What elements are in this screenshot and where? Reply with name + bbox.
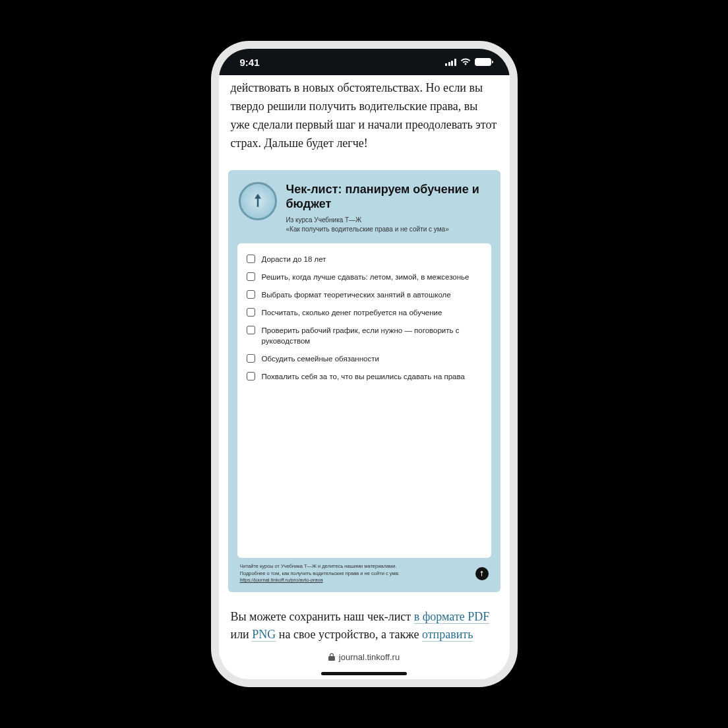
- checklist-item: Решить, когда лучше сдавать: летом, зимо…: [247, 272, 482, 282]
- checklist-item: Выбрать формат теоретических занятий в а…: [247, 289, 482, 300]
- checklist-body: Дорасти до 18 лет Решить, когда лучше сд…: [237, 243, 491, 559]
- card-subtitle-2: «Как получить водительские права и не со…: [286, 225, 487, 234]
- checkbox-icon[interactable]: [247, 326, 255, 334]
- checklist-item: Проверить рабочий график, если нужно — п…: [247, 325, 482, 346]
- screen: 9:41 действовать в новых обстоятельствах…: [219, 49, 510, 679]
- png-format-link[interactable]: PNG: [252, 628, 276, 642]
- status-time: 9:41: [240, 57, 260, 68]
- cellular-signal-icon: [445, 59, 456, 66]
- checklist-item: Обсудить семейные обязанности: [247, 353, 482, 364]
- home-indicator[interactable]: [219, 667, 510, 679]
- battery-icon: [475, 58, 491, 66]
- checkbox-icon[interactable]: [247, 272, 255, 281]
- card-title: Чек-лист: планируем обучение и бюджет: [286, 182, 487, 212]
- card-subtitle-1: Из курса Учебника Т—Ж: [286, 216, 487, 225]
- tj-badge-icon: [475, 567, 489, 580]
- article-paragraph: Вы можете сохранить наш чек-лист в форма…: [219, 597, 510, 646]
- phone-frame: 9:41 действовать в новых обстоятельствах…: [211, 41, 518, 687]
- compass-icon: [239, 182, 277, 220]
- card-footer-text: Читайте курсы от Учебника Т—Ж и делитесь…: [240, 563, 469, 584]
- url-domain: journal.tinkoff.ru: [339, 652, 400, 662]
- checklist-card: Чек-лист: планируем обучение и бюджет Из…: [228, 170, 501, 592]
- checkbox-icon[interactable]: [247, 354, 255, 363]
- checklist-item: Похвалить себя за то, что вы решились сд…: [247, 371, 482, 382]
- checkbox-icon[interactable]: [247, 372, 255, 380]
- lock-icon: [328, 653, 335, 661]
- checklist-item: Дорасти до 18 лет: [247, 254, 482, 264]
- browser-url-bar[interactable]: journal.tinkoff.ru: [219, 646, 510, 667]
- card-header: Чек-лист: планируем обучение и бюджет Из…: [237, 182, 491, 243]
- wifi-icon: [460, 58, 471, 66]
- status-icons: [445, 58, 491, 66]
- checklist-item: Посчитать, сколько денег потребуется на …: [247, 307, 482, 318]
- status-bar: 9:41: [219, 49, 510, 75]
- pdf-format-link[interactable]: в формате PDF: [414, 610, 490, 624]
- checkbox-icon[interactable]: [247, 290, 255, 299]
- checkbox-icon[interactable]: [247, 255, 255, 263]
- card-footer: Читайте курсы от Учебника Т—Ж и делитесь…: [237, 558, 491, 584]
- card-footer-link[interactable]: https://journal.tinkoff.ru/pro/avto-prav…: [240, 577, 323, 583]
- checkbox-icon[interactable]: [247, 308, 255, 317]
- page-content[interactable]: действовать в новых обстоятельствах. Но …: [219, 75, 510, 646]
- article-paragraph: действовать в новых обстоятельствах. Но …: [219, 75, 510, 165]
